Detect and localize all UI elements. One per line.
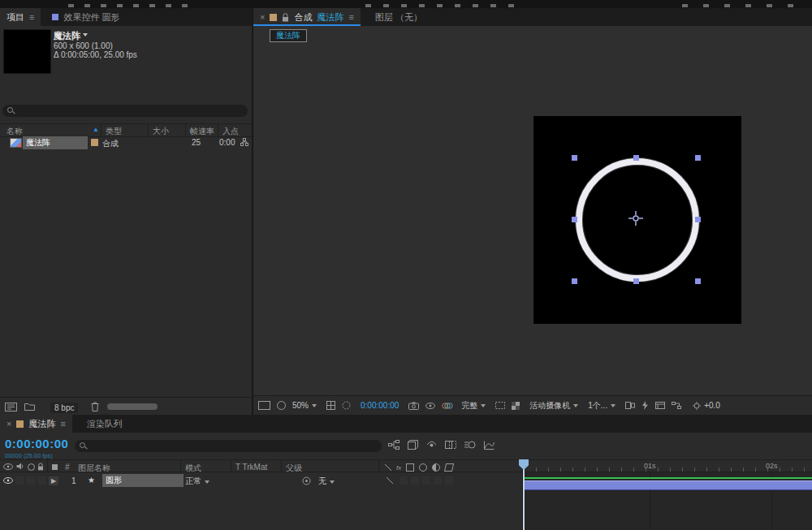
tab-effect-controls[interactable]: 效果控件 圆形 <box>45 8 126 26</box>
blend-mode-select[interactable]: 正常 <box>185 476 209 487</box>
timeline-ruler[interactable]: 01s 02s <box>524 459 812 472</box>
reset-exposure-icon[interactable] <box>693 402 701 410</box>
tab-render-queue[interactable]: 渲染队列 <box>80 415 129 433</box>
selection-handle[interactable] <box>572 155 577 161</box>
playhead-line[interactable] <box>523 459 525 530</box>
trash-icon[interactable] <box>91 402 99 412</box>
layer-name[interactable]: 圆形 <box>102 474 184 487</box>
selection-handle[interactable] <box>572 217 577 222</box>
fast-previews-icon[interactable] <box>641 401 649 410</box>
exposure-value[interactable]: +0.0 <box>704 401 720 410</box>
bit-depth-button[interactable]: 8 bpc <box>50 403 78 413</box>
layer-switch-cell[interactable] <box>422 476 430 485</box>
interpret-footage-icon[interactable] <box>5 403 17 412</box>
frame-blend-column-icon <box>406 463 414 472</box>
selection-handle[interactable] <box>633 278 639 284</box>
new-folder-icon[interactable] <box>24 403 35 411</box>
grid-guides-icon[interactable] <box>326 401 335 410</box>
tab-layer[interactable]: 图层 （无） <box>369 8 429 26</box>
panel-menu-icon[interactable]: ≡ <box>60 419 65 429</box>
selection-handle[interactable] <box>633 155 639 161</box>
project-search-input[interactable] <box>2 105 248 117</box>
tab-project[interactable]: 项目 ≡ <box>0 8 41 26</box>
panel-menu-icon[interactable]: ≡ <box>29 12 34 22</box>
active-camera-select[interactable]: 活动摄像机 <box>529 400 578 412</box>
layer-duration-bar[interactable] <box>524 480 812 490</box>
layer-visibility-icon[interactable] <box>3 477 13 484</box>
column-trkmat[interactable]: T TrkMat <box>235 463 267 472</box>
column-layer-name[interactable]: 图层名称 <box>78 463 110 474</box>
audio-toggle-cell[interactable] <box>15 476 24 485</box>
project-item-row[interactable]: 魔法阵 合成 25 0:00 <box>0 136 252 149</box>
comp-usage-icon <box>240 138 248 146</box>
mask-visibility-icon[interactable] <box>342 401 351 410</box>
label-color-swatch[interactable] <box>91 139 98 146</box>
anchor-point-icon[interactable] <box>628 211 643 226</box>
magnification-icon[interactable] <box>277 401 286 410</box>
graph-editor-icon[interactable] <box>484 441 495 450</box>
resolution-select[interactable]: 完整 <box>461 400 486 412</box>
close-icon[interactable]: × <box>260 12 265 22</box>
snapshot-camera-icon[interactable] <box>408 402 419 410</box>
draft-3d-icon[interactable] <box>408 440 418 450</box>
channel-settings-icon[interactable] <box>442 402 453 410</box>
horizontal-scrollbar[interactable] <box>107 403 158 410</box>
column-divider[interactable] <box>101 124 102 136</box>
motion-blur-icon[interactable] <box>464 441 476 449</box>
layer-switch-cell[interactable] <box>411 476 419 485</box>
lock-toggle-cell[interactable] <box>38 476 46 485</box>
selection-handle[interactable] <box>572 278 577 284</box>
sort-ascending-icon[interactable]: ▲ <box>93 126 99 133</box>
column-divider[interactable] <box>185 124 186 136</box>
project-item-name[interactable]: 魔法阵 <box>23 136 88 149</box>
column-in-point[interactable]: 入点 <box>222 126 239 137</box>
column-parent[interactable]: 父级 <box>286 463 302 474</box>
comp-flowchart-icon[interactable] <box>672 402 681 409</box>
selection-handle[interactable] <box>695 155 701 161</box>
comp-mini-flowchart-icon[interactable] <box>388 440 400 450</box>
comp-timecode[interactable]: 0:00:00:00 <box>361 401 399 410</box>
column-type[interactable]: 类型 <box>106 126 122 137</box>
tab-composition[interactable]: × 合成 魔法阵 ≡ <box>253 8 361 26</box>
layer-row[interactable]: ▶ 1 ★ 圆形 正常 无 <box>0 474 522 487</box>
transparency-grid-icon[interactable] <box>512 402 520 410</box>
timeline-button-icon[interactable] <box>655 402 665 409</box>
view-layout-select[interactable]: 1个... <box>588 400 615 412</box>
parent-select[interactable]: 无 <box>318 476 335 487</box>
shy-icon[interactable] <box>426 441 437 449</box>
layer-switch-cell[interactable] <box>445 476 453 485</box>
show-snapshot-icon[interactable] <box>425 403 435 409</box>
solo-toggle-cell[interactable] <box>27 476 35 485</box>
column-mode[interactable]: 模式 <box>185 463 201 474</box>
selection-handle[interactable] <box>695 278 701 284</box>
pixel-aspect-correction-icon[interactable] <box>625 402 635 409</box>
close-icon[interactable]: × <box>6 419 11 429</box>
project-thumbnail[interactable] <box>3 29 51 74</box>
column-divider[interactable] <box>218 124 218 136</box>
region-of-interest-icon[interactable] <box>495 402 505 409</box>
zoom-select[interactable]: 50% <box>292 401 317 410</box>
frame-blend-icon[interactable] <box>445 441 456 449</box>
panel-menu-icon[interactable]: ≡ <box>348 12 353 22</box>
selection-handle[interactable] <box>695 217 701 222</box>
label-column-icon[interactable] <box>52 464 58 470</box>
viewer-comp-button[interactable]: 魔法阵 <box>270 29 307 42</box>
column-size[interactable]: 大小 <box>153 126 169 137</box>
tab-timeline-comp[interactable]: × 魔法阵 ≡ <box>0 415 72 433</box>
lock-icon[interactable] <box>282 13 289 22</box>
comp-viewer[interactable]: 魔法阵 <box>253 26 812 395</box>
layer-switch-cell[interactable] <box>434 476 442 485</box>
comp-dimensions: 600 x 600 (1.00) <box>54 41 113 50</box>
column-index[interactable]: # <box>65 463 70 472</box>
parent-pickwhip-icon[interactable] <box>302 476 311 485</box>
column-divider[interactable] <box>148 124 149 136</box>
timeline-search-input[interactable] <box>75 440 382 452</box>
layer-expander-icon[interactable]: ▶ <box>49 476 58 485</box>
column-name[interactable]: 名称 <box>6 126 23 137</box>
timeline-timecode[interactable]: 0:00:00:00 <box>5 437 68 450</box>
layer-switch-cell[interactable] <box>400 476 408 485</box>
project-comp-name[interactable]: 魔法阵 <box>54 30 88 42</box>
layer-quality-toggle[interactable] <box>387 477 393 484</box>
column-frame-rate[interactable]: 帧速率 <box>190 126 214 137</box>
always-preview-icon[interactable] <box>258 401 270 410</box>
